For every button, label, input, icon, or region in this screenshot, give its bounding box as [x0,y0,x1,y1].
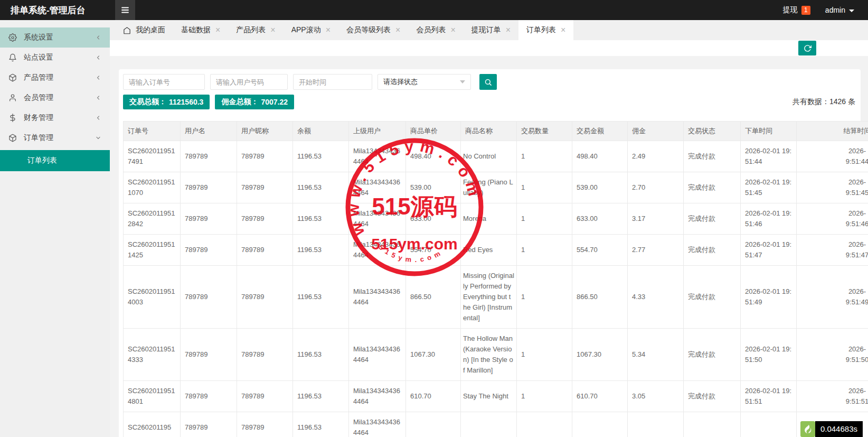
column-header: 佣金 [628,122,684,141]
refresh-icon [804,44,812,52]
table-cell: 完成付款 [684,266,741,329]
close-icon[interactable]: × [506,26,511,34]
total-trade-value: 1121560.3 [169,98,203,106]
table-row: SC260201195148017897897897891196.53Mila1… [124,381,868,412]
table-cell: 2.70 [628,172,684,203]
tab-提现订单[interactable]: 提现订单× [464,20,518,40]
hamburger-menu-button[interactable] [115,0,135,20]
tab-label: 会员等级列表 [346,25,391,35]
thinkphp-leaf-icon[interactable] [800,421,815,437]
table-cell: 1196.53 [293,235,349,266]
table-cell: SC260201195 [124,412,181,437]
table-cell: 789789 [237,381,293,412]
table-cell: 1 [517,381,572,412]
tab-产品列表[interactable]: 产品列表× [228,20,283,40]
column-header: 余额 [293,122,349,141]
table-cell: 1196.53 [293,266,349,329]
table-cell: 2026-02-01 19:51:47 [741,235,797,266]
table-cell: 1067.30 [572,329,628,381]
user-menu[interactable]: admin [825,6,854,14]
table-cell [406,412,461,437]
orders-table-wrap: 订单号用户名用户昵称余额上级用户商品单价商品名称交易数量交易金额佣金交易状态下单… [123,121,856,437]
tab-基础数据[interactable]: 基础数据× [173,20,228,40]
user-number-input[interactable] [210,74,288,90]
refresh-button[interactable] [798,41,816,55]
search-icon [484,78,492,86]
sidebar-item-产品管理[interactable]: 产品管理 [0,68,110,88]
table-cell [628,412,684,437]
header-right: 提现 1 admin [783,0,868,20]
home-icon [123,26,131,34]
table-cell: 2026-02-01 19:51:45 [741,172,797,203]
table-cell: 789789 [237,329,293,381]
table-cell: SC26020119512842 [124,203,181,235]
app-title: 排单系统-管理后台 [0,0,110,20]
tab-label: APP滚动 [291,25,321,35]
table-cell: 1 [517,235,572,266]
tab-我的桌面[interactable]: 我的桌面 [115,20,173,40]
table-cell [461,412,517,437]
close-icon[interactable]: × [326,26,331,34]
total-trade-label: 交易总额： [129,97,166,107]
box-icon [8,134,17,142]
column-header: 用户昵称 [237,122,293,141]
table-cell: Mila1343434364464 [349,172,406,203]
table-cell: Mila1343434364464 [349,235,406,266]
status-select-value: 请选择状态 [383,77,418,87]
tab-label: 订单列表 [526,25,556,35]
tab-订单列表[interactable]: 订单列表× [518,20,573,40]
sidebar-subitem-订单列表[interactable]: 订单列表 [0,150,110,171]
table-cell: 498.40 [406,141,461,172]
table-cell: 554.70 [572,235,628,266]
order-number-input[interactable] [123,74,205,90]
tab-bar: 我的桌面基础数据×产品列表×APP滚动×会员等级列表×会员列表×提现订单×订单列… [110,20,868,40]
user-icon [8,94,17,102]
total-commission-label: 佣金总额： [221,97,258,107]
orders-table: 订单号用户名用户昵称余额上级用户商品单价商品名称交易数量交易金额佣金交易状态下单… [123,121,868,437]
close-icon[interactable]: × [395,26,400,34]
close-icon[interactable]: × [561,26,565,34]
sidebar-item-站点设置[interactable]: 站点设置 [0,48,110,68]
sidebar-item-系统设置[interactable]: 系统设置 [0,27,110,48]
column-header: 交易数量 [517,122,572,141]
tab-label: 产品列表 [236,25,266,35]
table-cell: Feeling (Piano Lullaby) [461,172,517,203]
withdraw-menu[interactable]: 提现 1 [783,5,810,15]
table-cell: 789789 [181,412,237,437]
table-cell: Mila1343434364464 [349,412,406,437]
chevron-left-icon [95,115,101,121]
start-time-input[interactable] [293,74,372,90]
table-cell: 2.49 [628,141,684,172]
table-cell: 633.00 [406,203,461,235]
table-cell [741,412,797,437]
sidebar-item-订单管理[interactable]: 订单管理 [0,128,110,148]
table-cell: 2.77 [628,235,684,266]
table-cell: 610.70 [406,381,461,412]
status-select[interactable]: 请选择状态 [378,74,471,90]
table-cell [572,412,628,437]
table-cell: Mila1343434364464 [349,141,406,172]
close-icon[interactable]: × [215,26,220,34]
tab-label: 会员列表 [416,25,446,35]
sidebar-item-label: 系统设置 [24,33,88,42]
page-layout: 系统设置站点设置产品管理会员管理财务管理订单管理订单列表 我的桌面基础数据×产品… [0,20,868,437]
table-cell: 789789 [237,266,293,329]
table-cell: 2026- 9:51:51 [797,381,868,412]
sidebar-item-会员管理[interactable]: 会员管理 [0,88,110,108]
close-icon[interactable]: × [270,26,275,34]
search-button[interactable] [479,74,497,90]
total-trade-badge: 交易总额： 1121560.3 [123,95,210,109]
tab-会员列表[interactable]: 会员列表× [408,20,463,40]
table-cell: 1196.53 [293,172,349,203]
close-icon[interactable]: × [450,26,455,34]
tab-label: 提现订单 [471,25,501,35]
column-header: 交易状态 [684,122,741,141]
table-cell: 1196.53 [293,203,349,235]
box-icon [8,73,17,82]
table-cell [684,412,741,437]
sidebar-item-财务管理[interactable]: 财务管理 [0,108,110,128]
table-cell: Morena [461,203,517,235]
table-cell: 完成付款 [684,203,741,235]
tab-APP滚动[interactable]: APP滚动× [284,20,338,40]
tab-会员等级列表[interactable]: 会员等级列表× [338,20,408,40]
